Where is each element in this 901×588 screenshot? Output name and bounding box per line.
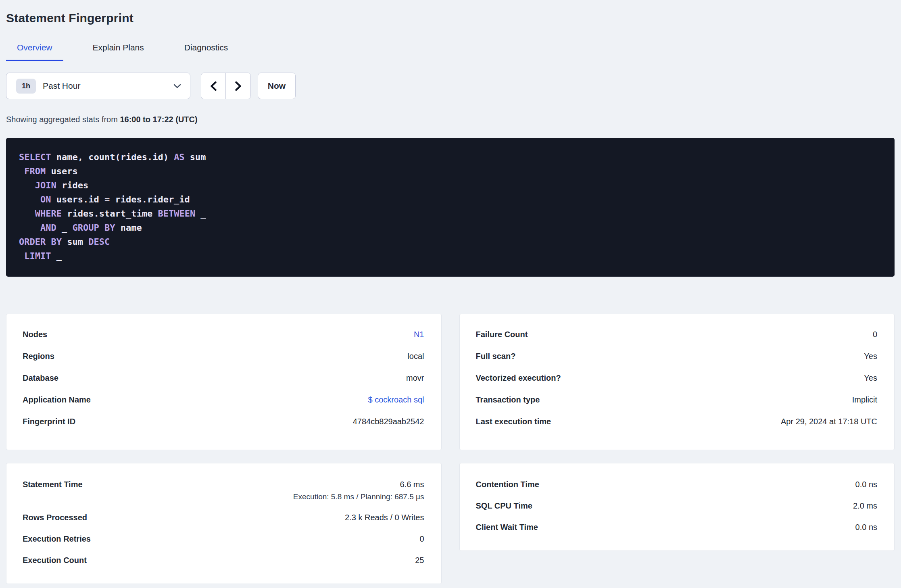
stat-row-contention-time: Contention Time0.0 ns xyxy=(476,480,878,489)
sql-cpu-time-label: SQL CPU Time xyxy=(476,502,532,510)
sql-text: sum xyxy=(62,237,88,247)
sql-keyword: BETWEEN xyxy=(158,209,195,219)
time-range-dropdown[interactable]: 1h Past Hour xyxy=(6,73,190,99)
rows-processed-value-group: 2.3 k Reads / 0 Writes xyxy=(345,513,424,522)
sql-text: _ xyxy=(56,223,73,233)
rows-processed-value: 2.3 k Reads / 0 Writes xyxy=(345,513,424,522)
sql-keyword: GROUP BY xyxy=(72,223,115,233)
stat-row-client-wait-time: Client Wait Time0.0 ns xyxy=(476,523,878,532)
statement-time-value-group: 6.6 msExecution: 5.8 ms / Planning: 687.… xyxy=(293,480,424,500)
vectorized-execution-value: Yes xyxy=(864,374,877,382)
tab-explain-plans[interactable]: Explain Plans xyxy=(82,43,155,61)
transaction-type-label: Transaction type xyxy=(476,396,540,404)
tab-overview[interactable]: Overview xyxy=(6,43,63,61)
sql-keyword: FROM xyxy=(24,166,46,176)
stat-row-rows-processed: Rows Processed2.3 k Reads / 0 Writes xyxy=(23,513,424,522)
stat-row-full-scan: Full scan?Yes xyxy=(476,352,878,361)
statement-time-value: 6.6 ms xyxy=(293,480,424,489)
stat-row-database: Databasemovr xyxy=(23,374,424,382)
statement-time-subvalue: Execution: 5.8 ms / Planning: 687.5 µs xyxy=(293,493,424,500)
sql-line: ORDER BY sum DESC xyxy=(19,235,882,249)
failure-count-label: Failure Count xyxy=(476,330,528,339)
contention-time-value-group: 0.0 ns xyxy=(855,480,877,489)
tab-diagnostics[interactable]: Diagnostics xyxy=(173,43,239,61)
rows-processed-label: Rows Processed xyxy=(23,513,87,522)
time-range-label: Past Hour xyxy=(43,81,173,91)
stat-row-execution-count: Execution Count25 xyxy=(23,556,424,565)
stat-row-regions: Regionslocal xyxy=(23,352,424,361)
sql-text: users xyxy=(46,166,77,176)
stat-row-fingerprint-id: Fingerprint ID4784cb829aab2542 xyxy=(23,417,424,426)
sql-line: FROM users xyxy=(19,164,882,178)
sql-line: AND _ GROUP BY name xyxy=(19,221,882,235)
regions-value: local xyxy=(407,352,424,361)
fingerprint-id-label: Fingerprint ID xyxy=(23,417,75,426)
stat-row-sql-cpu-time: SQL CPU Time2.0 ms xyxy=(476,502,878,510)
now-button[interactable]: Now xyxy=(258,73,296,99)
summary-cards-top-row: NodesN1RegionslocalDatabasemovrApplicati… xyxy=(6,314,895,450)
wait-times-card: Contention Time0.0 nsSQL CPU Time2.0 msC… xyxy=(459,463,895,551)
time-controls: 1h Past Hour Now xyxy=(6,73,895,99)
stat-row-last-execution-time: Last execution timeApr 29, 2024 at 17:18… xyxy=(476,417,878,426)
stat-row-vectorized-execution: Vectorized execution?Yes xyxy=(476,374,878,382)
time-range-arrows xyxy=(201,73,251,99)
stat-row-failure-count: Failure Count0 xyxy=(476,330,878,339)
execution-retries-value: 0 xyxy=(419,535,424,543)
sql-text xyxy=(19,166,24,176)
execution-count-label: Execution Count xyxy=(23,556,87,565)
execution-count-value: 25 xyxy=(415,556,424,565)
application-name-label: Application Name xyxy=(23,396,91,404)
statement-timing-card: Statement Time6.6 msExecution: 5.8 ms / … xyxy=(6,463,442,584)
contention-time-value: 0.0 ns xyxy=(855,480,877,489)
execution-count-value-group: 25 xyxy=(415,556,424,565)
sql-keyword: ON xyxy=(40,194,51,204)
sql-keyword: DESC xyxy=(88,237,110,247)
last-execution-time-value: Apr 29, 2024 at 17:18 UTC xyxy=(781,417,877,426)
sql-text: _ xyxy=(195,209,206,219)
client-wait-time-value-group: 0.0 ns xyxy=(855,523,877,532)
application-name-link[interactable]: $ cockroach sql xyxy=(368,396,424,404)
statement-fingerprint-page: Statement Fingerprint OverviewExplain Pl… xyxy=(0,0,901,584)
sql-keyword: LIMIT xyxy=(24,251,51,261)
nodes-link[interactable]: N1 xyxy=(414,330,424,339)
vectorized-execution-label: Vectorized execution? xyxy=(476,374,561,382)
chevron-down-icon xyxy=(173,84,181,88)
next-range-button[interactable] xyxy=(226,73,250,99)
sql-text xyxy=(19,251,24,261)
sql-keyword: AND xyxy=(40,223,56,233)
database-value-group: movr xyxy=(406,374,424,382)
execution-retries-value-group: 0 xyxy=(419,535,424,543)
stat-row-execution-retries: Execution Retries0 xyxy=(23,535,424,543)
sql-keyword: SELECT xyxy=(19,152,51,162)
database-label: Database xyxy=(23,374,58,382)
statement-details-card: NodesN1RegionslocalDatabasemovrApplicati… xyxy=(6,314,442,450)
sql-text xyxy=(19,180,35,190)
sql-line: WHERE rides.start_time BETWEEN _ xyxy=(19,206,882,221)
transaction-type-value: Implicit xyxy=(852,396,877,404)
regions-value-group: local xyxy=(407,352,424,361)
aggregated-stats-range: 16:00 to 17:22 (UTC) xyxy=(120,115,197,124)
sql-text: rides.start_time xyxy=(62,209,158,219)
regions-label: Regions xyxy=(23,352,54,361)
nodes-value-group: N1 xyxy=(414,330,424,339)
previous-range-button[interactable] xyxy=(201,73,226,99)
chevron-right-icon xyxy=(234,81,242,91)
vectorized-execution-value-group: Yes xyxy=(864,374,877,382)
sql-text: name xyxy=(115,223,142,233)
execution-attributes-card: Failure Count0Full scan?YesVectorized ex… xyxy=(459,314,895,450)
aggregated-stats-note: Showing aggregated stats from 16:00 to 1… xyxy=(6,115,895,124)
sql-line: ON users.id = rides.rider_id xyxy=(19,192,882,206)
last-execution-time-label: Last execution time xyxy=(476,417,551,426)
failure-count-value: 0 xyxy=(873,330,877,339)
tab-bar: OverviewExplain PlansDiagnostics xyxy=(6,43,895,61)
sql-statement: SELECT name, count(rides.id) AS sum FROM… xyxy=(6,138,895,277)
time-range-badge: 1h xyxy=(16,79,36,94)
client-wait-time-label: Client Wait Time xyxy=(476,523,538,532)
stat-row-nodes: NodesN1 xyxy=(23,330,424,339)
nodes-label: Nodes xyxy=(23,330,47,339)
sql-text: _ xyxy=(51,251,62,261)
chevron-left-icon xyxy=(209,81,218,91)
database-value: movr xyxy=(406,374,424,382)
sql-text: rides xyxy=(56,180,88,190)
failure-count-value-group: 0 xyxy=(873,330,877,339)
